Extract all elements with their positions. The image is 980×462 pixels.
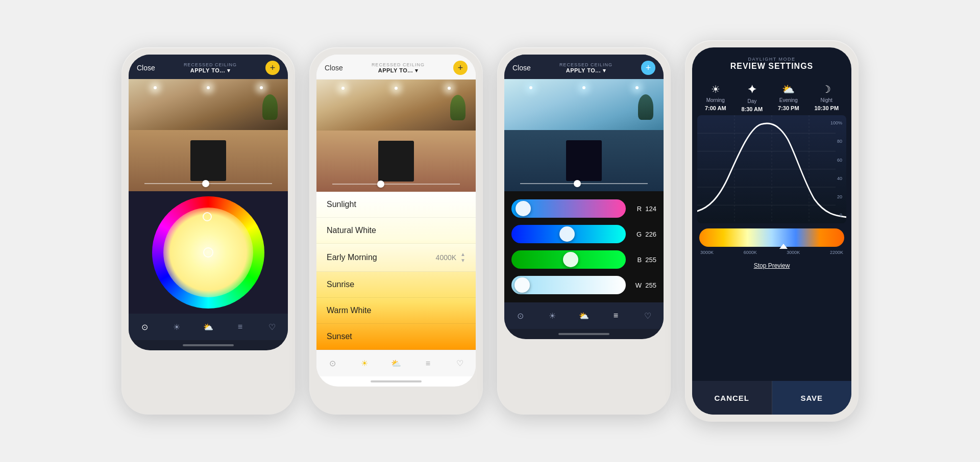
temp-label-3000k-2: 3000K: [787, 250, 800, 255]
bottom-nav-3: ⊙ ☀ ⛅ ≡ ♡: [504, 302, 664, 329]
slider-g-row: G 226: [511, 225, 656, 243]
scene-natural-white[interactable]: Natural White: [316, 218, 476, 244]
close-button-3[interactable]: Close: [512, 64, 531, 72]
slider-r-row: R 124: [511, 199, 656, 218]
add-button-2[interactable]: +: [453, 61, 468, 75]
add-button-3[interactable]: +: [641, 61, 655, 75]
rgb-sliders-section: R 124 G 226 B 255: [504, 191, 664, 302]
temp-label-6000k: 6000K: [744, 250, 757, 255]
scene-sunset[interactable]: Sunset: [316, 324, 476, 350]
slider-g-track[interactable]: [511, 225, 626, 243]
ceiling-lights-2: [316, 87, 476, 90]
y-label-40: 40: [830, 176, 842, 181]
scene-temp: 4000K: [436, 253, 456, 262]
scene-warm-white[interactable]: Warm White: [316, 298, 476, 324]
ceiling-lights-3: [504, 86, 664, 89]
nav-favorite-icon[interactable]: ♡: [265, 320, 279, 334]
evening-time: 7:30 PM: [778, 105, 799, 111]
slider-r-track[interactable]: [511, 199, 626, 218]
save-button[interactable]: SAVE: [772, 381, 852, 415]
wheel-outer-selector[interactable]: [203, 212, 212, 221]
temp-bar-thumb[interactable]: [779, 244, 788, 249]
nav-brightness-icon-2[interactable]: ☀: [357, 356, 372, 371]
slider-g-thumb[interactable]: [559, 226, 575, 242]
close-button-2[interactable]: Close: [325, 64, 343, 72]
header-bar-2: Close RECESSED CEILING APPLY TO... ▾ +: [316, 55, 476, 80]
slider-w-value: W 255: [631, 281, 656, 289]
brightness-thumb-1[interactable]: [202, 180, 209, 187]
home-bar-2: [371, 380, 422, 382]
brightness-slider-3[interactable]: [520, 183, 648, 184]
slider-b-thumb[interactable]: [563, 252, 578, 267]
scene-early-morning[interactable]: Early Morning 4000K ▲ ▼: [316, 244, 476, 272]
nav-brightness-icon-3[interactable]: ☀: [545, 309, 559, 323]
color-wheel[interactable]: [152, 196, 264, 309]
day-label: Day: [747, 98, 756, 104]
brightness-thumb-3[interactable]: [574, 180, 581, 187]
nav-scene-icon-3[interactable]: ⛅: [577, 309, 591, 323]
time-slot-evening: ⛅ Evening 7:30 PM: [778, 83, 799, 112]
scene-sunlight[interactable]: Sunlight: [316, 192, 476, 218]
slider-w-track[interactable]: [511, 276, 626, 294]
slider-r-thumb[interactable]: [516, 201, 531, 216]
scene-sunrise[interactable]: Sunrise: [316, 272, 476, 298]
nav-color-icon[interactable]: ⊙: [137, 320, 152, 334]
room-image-1: [129, 79, 288, 191]
time-slot-morning: ☀ Morning 7:00 AM: [705, 83, 726, 112]
nav-scene-icon-2[interactable]: ⛅: [389, 356, 403, 371]
add-button-1[interactable]: +: [265, 61, 280, 75]
nav-favorite-icon-2[interactable]: ♡: [453, 356, 467, 371]
day-icon: ✦: [747, 83, 756, 96]
phone-4-inner: DAYLIGHT MODE REVIEW SETTINGS ☀ Morning …: [692, 47, 851, 415]
slider-g-value: G 226: [631, 230, 656, 238]
night-label: Night: [821, 97, 832, 103]
nav-scene-icon[interactable]: ⛅: [201, 320, 215, 334]
wheel-center-selector[interactable]: [203, 247, 213, 258]
nav-color-icon-2[interactable]: ⊙: [325, 356, 339, 371]
temp-bar-track[interactable]: [699, 228, 844, 247]
nav-favorite-icon-3[interactable]: ♡: [641, 309, 655, 323]
ceiling-light: [341, 87, 345, 90]
scene-natural-white-label: Natural White: [327, 226, 376, 235]
phone-3: Close RECESSED CEILING APPLY TO... ▾ +: [497, 47, 671, 415]
nav-settings-icon[interactable]: ≡: [233, 320, 247, 334]
brightness-chart: 100% 80 60 40 20 0: [697, 115, 846, 223]
nav-color-icon-3[interactable]: ⊙: [513, 309, 527, 323]
brightness-thumb-2[interactable]: [377, 181, 384, 188]
color-wheel-section: [129, 191, 288, 314]
slider-w-thumb[interactable]: [514, 277, 530, 293]
morning-icon: ☀: [711, 83, 720, 95]
night-icon: ☽: [822, 83, 831, 95]
nav-settings-icon-2[interactable]: ≡: [421, 356, 435, 371]
night-time: 10:30 PM: [814, 105, 839, 111]
temp-label-2200k: 2200K: [830, 250, 843, 255]
daylight-mode-label: DAYLIGHT MODE: [700, 57, 843, 62]
brightness-curve-svg: [697, 115, 846, 223]
slider-b-track[interactable]: [511, 250, 626, 269]
ceiling-light: [260, 86, 263, 89]
temp-labels: 3000K 6000K 3000K 2200K: [699, 250, 844, 255]
kitchen-scene-2: [316, 80, 476, 192]
y-label-0: 0: [830, 213, 842, 218]
cancel-button[interactable]: CANCEL: [692, 381, 772, 415]
scene-sunset-label: Sunset: [327, 332, 352, 341]
brightness-slider-1[interactable]: [144, 183, 272, 184]
chart-y-labels: 100% 80 60 40 20 0: [830, 120, 842, 218]
apply-to-2[interactable]: APPLY TO... ▾: [372, 67, 425, 74]
phone-3-inner: Close RECESSED CEILING APPLY TO... ▾ +: [504, 55, 664, 339]
brightness-slider-2[interactable]: [332, 184, 460, 185]
stop-preview-link[interactable]: Stop Preview: [692, 258, 851, 273]
scene-early-morning-label: Early Morning: [327, 253, 377, 262]
slider-r-value: R 124: [631, 205, 656, 213]
header-bar-3: Close RECESSED CEILING APPLY TO... ▾ +: [504, 55, 664, 79]
evening-icon: ⛅: [782, 83, 795, 95]
ceiling-light: [582, 86, 585, 89]
nav-settings-icon-3[interactable]: ≡: [608, 309, 623, 323]
nav-brightness-icon[interactable]: ☀: [169, 320, 184, 334]
apply-to-3[interactable]: APPLY TO... ▾: [559, 67, 612, 74]
close-button-1[interactable]: Close: [137, 64, 155, 72]
header-title-2: RECESSED CEILING APPLY TO... ▾: [372, 62, 425, 74]
apply-to-1[interactable]: APPLY TO... ▾: [184, 67, 237, 74]
time-slot-night: ☽ Night 10:30 PM: [814, 83, 839, 112]
ceiling-lights-1: [129, 86, 288, 89]
